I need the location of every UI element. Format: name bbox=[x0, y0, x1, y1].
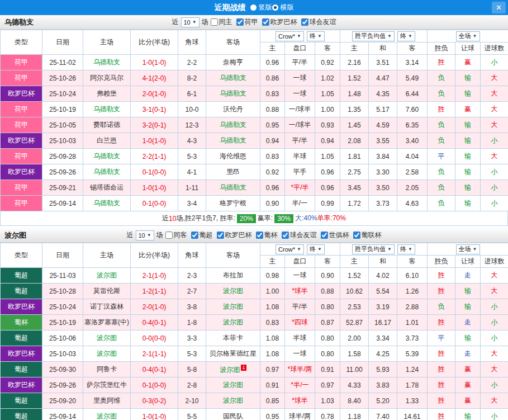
home-team[interactable]: 乌德勒支 bbox=[83, 196, 131, 211]
match-score[interactable]: 3-2(0-1) bbox=[131, 117, 178, 133]
match-score[interactable]: 3-1(0-1) bbox=[131, 102, 178, 117]
away-team[interactable]: 沃伦丹 bbox=[206, 102, 260, 117]
home-team[interactable]: 莫雷伦斯 bbox=[83, 284, 131, 299]
filter-checkbox[interactable] bbox=[321, 232, 328, 239]
away-team[interactable]: 里昂 bbox=[206, 164, 260, 180]
league-filter[interactable]: 葡杯 bbox=[256, 230, 278, 240]
filter-checkbox[interactable] bbox=[301, 18, 308, 26]
away-team[interactable]: 格罗宁根 bbox=[206, 196, 260, 211]
wdl-avg-select[interactable]: 胜平负均值▼ bbox=[352, 244, 395, 254]
odds-time-select[interactable]: 终▼ bbox=[307, 244, 325, 254]
match-score[interactable]: 1-2(1-1) bbox=[131, 284, 178, 299]
match-score[interactable]: 1-0(1-0) bbox=[131, 409, 178, 420]
match-score[interactable]: 4-1(2-0) bbox=[131, 70, 178, 86]
match-score[interactable]: 0-1(0-0) bbox=[131, 196, 178, 211]
filter-checkbox[interactable] bbox=[282, 232, 289, 239]
recent-count-select[interactable]: 10▼ bbox=[181, 17, 199, 27]
away-team[interactable]: 波尔图 bbox=[206, 393, 260, 409]
away-team[interactable]: 海伦维恩 bbox=[206, 149, 260, 164]
league-filter[interactable]: 同客 bbox=[165, 230, 187, 240]
scope-select[interactable]: 全场▼ bbox=[456, 244, 480, 254]
home-team[interactable]: 阿鲁卡 bbox=[83, 362, 131, 377]
match-score[interactable]: 2-0(1-0) bbox=[131, 86, 178, 102]
home-team[interactable]: 萨尔茨堡红牛 bbox=[83, 377, 131, 393]
league-filter[interactable]: 球会友谊 bbox=[282, 230, 317, 240]
home-team[interactable]: 诺丁汉森林 bbox=[83, 299, 131, 315]
scope-select[interactable]: 全场▼ bbox=[456, 31, 480, 41]
home-team[interactable]: 波尔图 bbox=[83, 346, 131, 362]
home-team[interactable]: 波尔图 bbox=[83, 331, 131, 346]
away-team[interactable]: 波尔图1 bbox=[206, 362, 260, 377]
match-score[interactable]: 0-4(0-1) bbox=[131, 315, 178, 331]
odds-company-select[interactable]: Crow*▼ bbox=[276, 31, 304, 41]
match-score[interactable]: 0-0(0-0) bbox=[131, 331, 178, 346]
away-team[interactable]: 乌德勒支 bbox=[206, 70, 260, 86]
filter-checkbox[interactable] bbox=[211, 18, 218, 26]
wdl-time-select[interactable]: 终▼ bbox=[397, 244, 415, 254]
away-team[interactable]: 波尔图 bbox=[206, 377, 260, 393]
away-team[interactable]: 贝尔格莱德红星 bbox=[206, 346, 260, 362]
league-filter[interactable]: 葡联杯 bbox=[353, 230, 382, 240]
match-score[interactable]: 1-0(1-0) bbox=[131, 133, 178, 149]
layout-radio[interactable]: 竖版 bbox=[250, 3, 272, 12]
match-score[interactable]: 2-0(1-0) bbox=[131, 299, 178, 315]
league-filter[interactable]: 荷甲 bbox=[236, 17, 258, 27]
away-team[interactable]: 乌德勒支 bbox=[206, 133, 260, 149]
home-team[interactable]: 锡塔德命运 bbox=[83, 180, 131, 196]
away-team[interactable]: 乌德勒支 bbox=[206, 180, 260, 196]
away-team[interactable]: 乌德勒支 bbox=[206, 86, 260, 102]
league-filter[interactable]: 同主 bbox=[211, 17, 232, 27]
wdl-time-select[interactable]: 终▼ bbox=[397, 31, 415, 41]
wdl-avg-select[interactable]: 胜平负均值▼ bbox=[352, 31, 395, 41]
col-header-handicap: 盘口 bbox=[285, 43, 315, 55]
away-team[interactable]: 波尔图 bbox=[206, 299, 260, 315]
home-team[interactable]: 白兰恩 bbox=[83, 133, 131, 149]
match-score[interactable]: 0-1(0-0) bbox=[131, 164, 178, 180]
match-score[interactable]: 0-4(0-1) bbox=[131, 362, 178, 377]
league-filter[interactable]: 欧罗巴杯 bbox=[217, 230, 252, 240]
away-team[interactable]: 国民队 bbox=[206, 409, 260, 420]
home-team[interactable]: 乌德勒支 bbox=[83, 55, 131, 70]
odds-company-select[interactable]: Crow*▼ bbox=[276, 244, 304, 254]
filter-checkbox[interactable] bbox=[353, 232, 360, 239]
odds-time-select[interactable]: 终▼ bbox=[307, 31, 325, 41]
away-team[interactable]: 本菲卡 bbox=[206, 331, 260, 346]
match-score[interactable]: 2-1(1-1) bbox=[131, 346, 178, 362]
filter-checkbox[interactable] bbox=[191, 232, 198, 239]
home-team[interactable]: 弗赖堡 bbox=[83, 86, 131, 102]
away-team[interactable]: 布拉加 bbox=[206, 268, 260, 284]
layout-radio[interactable]: 横版 bbox=[272, 3, 294, 12]
home-team[interactable]: 乌德勒支 bbox=[83, 102, 131, 117]
home-team[interactable]: 乌德勒支 bbox=[83, 149, 131, 164]
away-team[interactable]: 波尔图 bbox=[206, 284, 260, 299]
filter-checkbox[interactable] bbox=[217, 232, 224, 239]
match-score[interactable]: 2-2(1-1) bbox=[131, 149, 178, 164]
home-team[interactable]: 里奥阿维 bbox=[83, 393, 131, 409]
league-filter[interactable]: 世俱杯 bbox=[321, 230, 349, 240]
match-score[interactable]: 1-0(1-0) bbox=[131, 55, 178, 70]
away-team[interactable]: 乌德勒支 bbox=[206, 117, 260, 133]
filter-checkbox[interactable] bbox=[165, 232, 173, 239]
away-team[interactable]: 波尔图 bbox=[206, 315, 260, 331]
league-filter[interactable]: 欧罗巴杯 bbox=[262, 17, 297, 27]
home-team[interactable]: 波尔图 bbox=[83, 409, 131, 420]
match-score[interactable]: 2-1(1-0) bbox=[131, 268, 178, 284]
away-team[interactable]: 奈梅亨 bbox=[206, 55, 260, 70]
handicap-away-odds: 1.00 bbox=[315, 102, 340, 117]
match-score[interactable]: 0-3(0-2) bbox=[131, 393, 178, 409]
league-filter[interactable]: 球会友谊 bbox=[301, 17, 336, 27]
home-team[interactable]: 阿尔克马尔 bbox=[83, 70, 131, 86]
home-team[interactable]: 费耶诺德 bbox=[83, 117, 131, 133]
filter-checkbox[interactable] bbox=[262, 18, 269, 26]
match-score[interactable]: 1-0(1-0) bbox=[131, 180, 178, 196]
filter-checkbox[interactable] bbox=[236, 18, 244, 26]
recent-count-value: 10 bbox=[138, 232, 145, 239]
close-button[interactable]: ✕ bbox=[492, 2, 506, 13]
home-team[interactable]: 塞洛罗塞塞(中) bbox=[83, 315, 131, 331]
home-team[interactable]: 波尔图 bbox=[83, 268, 131, 284]
filter-checkbox[interactable] bbox=[256, 232, 263, 239]
home-team[interactable]: 乌德勒支 bbox=[83, 164, 131, 180]
match-score[interactable]: 0-1(0-0) bbox=[131, 377, 178, 393]
recent-count-select[interactable]: 10▼ bbox=[135, 230, 154, 240]
league-filter[interactable]: 葡超 bbox=[191, 230, 213, 240]
